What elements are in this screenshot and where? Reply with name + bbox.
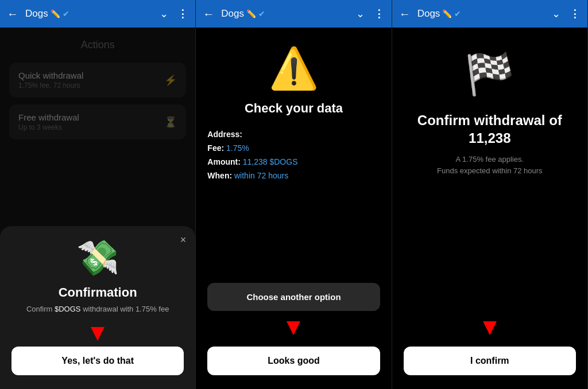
warning-emoji: ⚠️ xyxy=(207,45,380,92)
panel2-buttons: Choose another option Looks good xyxy=(207,283,380,375)
yes-lets-do-that-button[interactable]: Yes, let's do that xyxy=(11,347,184,375)
more-options-2[interactable]: ⋮ xyxy=(374,7,385,20)
topbar-title-3: Dogs ✏️ ✔ xyxy=(417,8,545,20)
confirm-title: Confirm withdrawal of 11,238 xyxy=(404,111,576,147)
svg-marker-0 xyxy=(91,327,105,341)
fee-row: Fee: 1.75% xyxy=(207,143,380,153)
close-sheet-button[interactable]: × xyxy=(180,234,187,246)
arrow-down-indicator-2 xyxy=(207,317,380,340)
confirmation-overlay: × 💸 Confirmation Confirm $DOGS withdrawa… xyxy=(0,28,195,389)
amount-row: Amount: 11,238 $DOGS xyxy=(207,157,380,166)
arrow-down-indicator-3 xyxy=(404,317,576,340)
chevron-icon-3[interactable]: ⌄ xyxy=(552,7,560,20)
i-confirm-button[interactable]: I confirm xyxy=(404,347,576,375)
looks-good-button[interactable]: Looks good xyxy=(207,347,380,375)
back-button-3[interactable]: ← xyxy=(399,7,411,21)
verified-icon-2: ✔ xyxy=(258,9,265,18)
confirmation-title: Confirmation xyxy=(11,285,184,300)
arrow-down-indicator xyxy=(11,322,184,345)
panel-1: ← Dogs ✏️ ✔ ⌄ ⋮ Actions Quick withdrawal… xyxy=(0,0,196,389)
panel3-buttons: I confirm xyxy=(404,317,576,375)
back-button-2[interactable]: ← xyxy=(203,7,214,21)
topbar-title-1: Dogs ✏️ ✔ xyxy=(25,8,153,20)
choose-another-option-button[interactable]: Choose another option xyxy=(207,283,380,311)
svg-marker-1 xyxy=(287,321,300,335)
panel3-content: 🏁 Confirm withdrawal of 11,238 A 1.75% f… xyxy=(392,28,587,389)
data-rows: Address: Fee: 1.75% Amount: 11,238 $DOGS… xyxy=(207,130,380,271)
confirmation-sheet: × 💸 Confirmation Confirm $DOGS withdrawa… xyxy=(0,226,195,389)
chevron-icon-1[interactable]: ⌄ xyxy=(160,7,168,20)
panel1-content: Actions Quick withdrawal 1.75% fee, 72 h… xyxy=(0,28,195,389)
verified-icon-1: ✔ xyxy=(63,9,69,18)
confirm-subtitle: A 1.75% fee applies.Funds expected withi… xyxy=(437,154,543,176)
topbar-1: ← Dogs ✏️ ✔ ⌄ ⋮ xyxy=(0,0,195,28)
topbar-title-2: Dogs ✏️ ✔ xyxy=(221,8,349,20)
address-row: Address: xyxy=(207,130,380,139)
panel-2: ← Dogs ✏️ ✔ ⌄ ⋮ ⚠️ Check your data Addre… xyxy=(196,0,392,389)
confirmation-emoji: 💸 xyxy=(11,238,184,278)
check-data-title: Check your data xyxy=(207,101,380,116)
topbar-2: ← Dogs ✏️ ✔ ⌄ ⋮ xyxy=(196,0,391,28)
back-button-1[interactable]: ← xyxy=(7,7,18,21)
panel-3: ← Dogs ✏️ ✔ ⌄ ⋮ 🏁 Confirm withdrawal of … xyxy=(392,0,588,389)
more-options-3[interactable]: ⋮ xyxy=(570,7,581,20)
panel2-content: ⚠️ Check your data Address: Fee: 1.75% A… xyxy=(196,28,391,389)
flag-emoji: 🏁 xyxy=(465,50,514,98)
confirmation-desc: Confirm $DOGS withdrawal with 1.75% fee xyxy=(11,305,184,313)
verified-icon-3: ✔ xyxy=(454,9,461,18)
chevron-icon-2[interactable]: ⌄ xyxy=(356,7,365,20)
svg-marker-2 xyxy=(483,321,497,335)
when-row: When: within 72 hours xyxy=(207,171,380,180)
topbar-3: ← Dogs ✏️ ✔ ⌄ ⋮ xyxy=(392,0,587,28)
more-options-1[interactable]: ⋮ xyxy=(177,7,188,20)
